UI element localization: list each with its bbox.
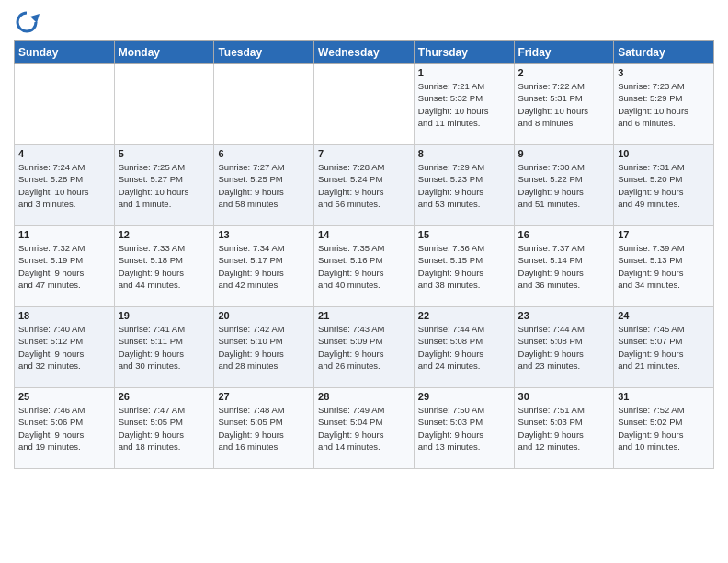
- calendar-cell: 10Sunrise: 7:31 AM Sunset: 5:20 PM Dayli…: [614, 145, 714, 226]
- day-info: Sunrise: 7:48 AM Sunset: 5:05 PM Dayligh…: [218, 404, 310, 453]
- logo-icon: [14, 9, 40, 35]
- day-number: 6: [218, 148, 310, 159]
- day-number: 16: [518, 229, 610, 240]
- day-info: Sunrise: 7:51 AM Sunset: 5:03 PM Dayligh…: [518, 404, 610, 453]
- calendar-cell: 27Sunrise: 7:48 AM Sunset: 5:05 PM Dayli…: [214, 388, 314, 469]
- day-number: 17: [618, 229, 710, 240]
- calendar-cell: 25Sunrise: 7:46 AM Sunset: 5:06 PM Dayli…: [15, 388, 115, 469]
- svg-marker-0: [30, 14, 40, 23]
- day-info: Sunrise: 7:37 AM Sunset: 5:14 PM Dayligh…: [518, 242, 610, 291]
- day-number: 24: [618, 310, 710, 321]
- calendar-cell: 7Sunrise: 7:28 AM Sunset: 5:24 PM Daylig…: [314, 145, 415, 226]
- day-info: Sunrise: 7:41 AM Sunset: 5:11 PM Dayligh…: [119, 323, 210, 372]
- day-info: Sunrise: 7:21 AM Sunset: 5:32 PM Dayligh…: [418, 80, 510, 129]
- calendar-cell: 31Sunrise: 7:52 AM Sunset: 5:02 PM Dayli…: [614, 388, 714, 469]
- calendar-cell: 29Sunrise: 7:50 AM Sunset: 5:03 PM Dayli…: [414, 388, 514, 469]
- header: [14, 9, 714, 35]
- day-info: Sunrise: 7:36 AM Sunset: 5:15 PM Dayligh…: [418, 242, 510, 291]
- calendar-cell: 16Sunrise: 7:37 AM Sunset: 5:14 PM Dayli…: [514, 226, 614, 307]
- calendar-cell: [314, 64, 415, 145]
- calendar-cell: 6Sunrise: 7:27 AM Sunset: 5:25 PM Daylig…: [214, 145, 314, 226]
- day-info: Sunrise: 7:31 AM Sunset: 5:20 PM Dayligh…: [618, 161, 710, 210]
- calendar-week-row: 18Sunrise: 7:40 AM Sunset: 5:12 PM Dayli…: [15, 307, 714, 388]
- day-info: Sunrise: 7:27 AM Sunset: 5:25 PM Dayligh…: [218, 161, 310, 210]
- day-number: 19: [119, 310, 210, 321]
- calendar-cell: 26Sunrise: 7:47 AM Sunset: 5:05 PM Dayli…: [114, 388, 214, 469]
- weekday-header: Saturday: [614, 41, 714, 64]
- calendar-header-row: SundayMondayTuesdayWednesdayThursdayFrid…: [15, 41, 714, 64]
- calendar-cell: 18Sunrise: 7:40 AM Sunset: 5:12 PM Dayli…: [15, 307, 115, 388]
- day-number: 5: [119, 148, 210, 159]
- calendar-cell: 12Sunrise: 7:33 AM Sunset: 5:18 PM Dayli…: [114, 226, 214, 307]
- calendar-cell: 28Sunrise: 7:49 AM Sunset: 5:04 PM Dayli…: [314, 388, 415, 469]
- day-number: 7: [318, 148, 410, 159]
- day-number: 12: [119, 229, 210, 240]
- calendar-cell: 14Sunrise: 7:35 AM Sunset: 5:16 PM Dayli…: [314, 226, 415, 307]
- day-info: Sunrise: 7:44 AM Sunset: 5:08 PM Dayligh…: [518, 323, 610, 372]
- day-number: 15: [418, 229, 510, 240]
- calendar-cell: [114, 64, 214, 145]
- day-number: 31: [618, 391, 710, 402]
- day-info: Sunrise: 7:35 AM Sunset: 5:16 PM Dayligh…: [318, 242, 410, 291]
- calendar-cell: 11Sunrise: 7:32 AM Sunset: 5:19 PM Dayli…: [15, 226, 115, 307]
- day-info: Sunrise: 7:39 AM Sunset: 5:13 PM Dayligh…: [618, 242, 710, 291]
- calendar-cell: 2Sunrise: 7:22 AM Sunset: 5:31 PM Daylig…: [514, 64, 614, 145]
- day-info: Sunrise: 7:23 AM Sunset: 5:29 PM Dayligh…: [618, 80, 710, 129]
- day-number: 3: [618, 67, 710, 78]
- day-number: 23: [518, 310, 610, 321]
- day-number: 21: [318, 310, 410, 321]
- calendar-cell: 4Sunrise: 7:24 AM Sunset: 5:28 PM Daylig…: [15, 145, 115, 226]
- day-number: 14: [318, 229, 410, 240]
- calendar-cell: 22Sunrise: 7:44 AM Sunset: 5:08 PM Dayli…: [414, 307, 514, 388]
- weekday-header: Tuesday: [214, 41, 314, 64]
- day-number: 28: [318, 391, 410, 402]
- weekday-header: Friday: [514, 41, 614, 64]
- day-number: 27: [218, 391, 310, 402]
- day-number: 2: [518, 67, 610, 78]
- calendar-week-row: 11Sunrise: 7:32 AM Sunset: 5:19 PM Dayli…: [15, 226, 714, 307]
- calendar-cell: [15, 64, 115, 145]
- day-info: Sunrise: 7:34 AM Sunset: 5:17 PM Dayligh…: [218, 242, 310, 291]
- day-number: 8: [418, 148, 510, 159]
- day-info: Sunrise: 7:52 AM Sunset: 5:02 PM Dayligh…: [618, 404, 710, 453]
- calendar-cell: 30Sunrise: 7:51 AM Sunset: 5:03 PM Dayli…: [514, 388, 614, 469]
- day-number: 11: [18, 229, 110, 240]
- calendar-cell: 20Sunrise: 7:42 AM Sunset: 5:10 PM Dayli…: [214, 307, 314, 388]
- calendar-cell: 15Sunrise: 7:36 AM Sunset: 5:15 PM Dayli…: [414, 226, 514, 307]
- day-info: Sunrise: 7:32 AM Sunset: 5:19 PM Dayligh…: [18, 242, 110, 291]
- day-number: 18: [18, 310, 110, 321]
- day-info: Sunrise: 7:25 AM Sunset: 5:27 PM Dayligh…: [119, 161, 210, 210]
- day-info: Sunrise: 7:24 AM Sunset: 5:28 PM Dayligh…: [18, 161, 110, 210]
- calendar-table: SundayMondayTuesdayWednesdayThursdayFrid…: [14, 40, 714, 469]
- weekday-header: Monday: [114, 41, 214, 64]
- day-number: 30: [518, 391, 610, 402]
- weekday-header: Thursday: [414, 41, 514, 64]
- day-info: Sunrise: 7:40 AM Sunset: 5:12 PM Dayligh…: [18, 323, 110, 372]
- day-number: 13: [218, 229, 310, 240]
- calendar-week-row: 25Sunrise: 7:46 AM Sunset: 5:06 PM Dayli…: [15, 388, 714, 469]
- day-info: Sunrise: 7:45 AM Sunset: 5:07 PM Dayligh…: [618, 323, 710, 372]
- calendar-cell: 19Sunrise: 7:41 AM Sunset: 5:11 PM Dayli…: [114, 307, 214, 388]
- calendar-cell: 9Sunrise: 7:30 AM Sunset: 5:22 PM Daylig…: [514, 145, 614, 226]
- day-number: 20: [218, 310, 310, 321]
- calendar-week-row: 1Sunrise: 7:21 AM Sunset: 5:32 PM Daylig…: [15, 64, 714, 145]
- calendar-week-row: 4Sunrise: 7:24 AM Sunset: 5:28 PM Daylig…: [15, 145, 714, 226]
- weekday-header: Sunday: [15, 41, 115, 64]
- calendar-cell: 23Sunrise: 7:44 AM Sunset: 5:08 PM Dayli…: [514, 307, 614, 388]
- day-info: Sunrise: 7:50 AM Sunset: 5:03 PM Dayligh…: [418, 404, 510, 453]
- day-number: 22: [418, 310, 510, 321]
- day-info: Sunrise: 7:44 AM Sunset: 5:08 PM Dayligh…: [418, 323, 510, 372]
- day-info: Sunrise: 7:42 AM Sunset: 5:10 PM Dayligh…: [218, 323, 310, 372]
- day-number: 29: [418, 391, 510, 402]
- calendar-cell: 3Sunrise: 7:23 AM Sunset: 5:29 PM Daylig…: [614, 64, 714, 145]
- day-info: Sunrise: 7:46 AM Sunset: 5:06 PM Dayligh…: [18, 404, 110, 453]
- calendar-cell: 21Sunrise: 7:43 AM Sunset: 5:09 PM Dayli…: [314, 307, 415, 388]
- calendar-cell: 1Sunrise: 7:21 AM Sunset: 5:32 PM Daylig…: [414, 64, 514, 145]
- weekday-header: Wednesday: [314, 41, 415, 64]
- day-info: Sunrise: 7:43 AM Sunset: 5:09 PM Dayligh…: [318, 323, 410, 372]
- day-number: 4: [18, 148, 110, 159]
- day-info: Sunrise: 7:47 AM Sunset: 5:05 PM Dayligh…: [119, 404, 210, 453]
- calendar-cell: 17Sunrise: 7:39 AM Sunset: 5:13 PM Dayli…: [614, 226, 714, 307]
- day-info: Sunrise: 7:29 AM Sunset: 5:23 PM Dayligh…: [418, 161, 510, 210]
- day-number: 25: [18, 391, 110, 402]
